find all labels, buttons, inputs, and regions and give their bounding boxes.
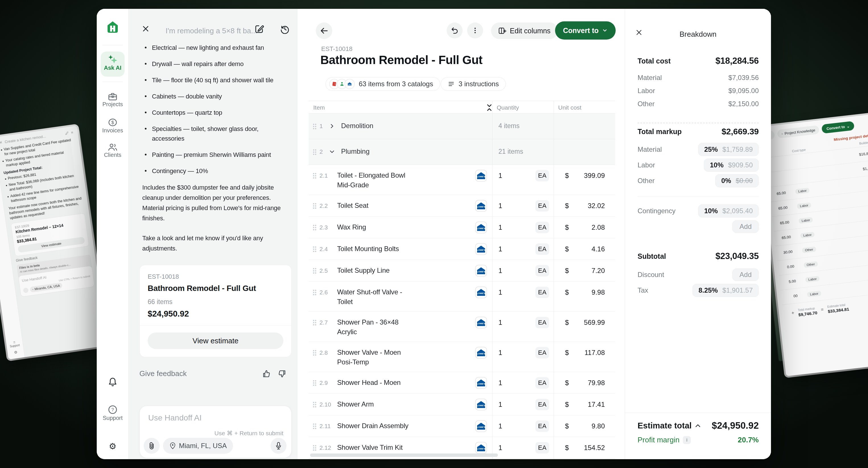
group-toggle[interactable] <box>329 123 335 129</box>
unit-cost-value[interactable]: 17.41 <box>554 401 605 409</box>
unit-cost-value[interactable]: 117.08 <box>554 349 605 357</box>
item-row[interactable]: 2.7Shower Pan - 36×48Acrylic LOWE'S 1EA$… <box>309 312 615 342</box>
item-row[interactable]: 2.4Toilet Mounting Bolts LOWE'S 1EA$4.16 <box>309 238 615 260</box>
view-estimate-button[interactable]: View estimate <box>148 332 283 349</box>
drag-handle-icon[interactable] <box>313 203 317 209</box>
quantity-value[interactable]: 1 <box>498 245 502 253</box>
info-icon[interactable]: i <box>683 436 691 444</box>
quantity-value[interactable]: 1 <box>498 267 502 275</box>
unit-chip[interactable]: EA <box>535 399 549 410</box>
unit-cost-value[interactable]: 4.16 <box>554 245 605 253</box>
sidebar-item-support[interactable]: ? Support <box>97 405 129 421</box>
drag-handle-icon[interactable] <box>313 380 317 386</box>
quantity-value[interactable]: 1 <box>498 224 502 231</box>
item-row[interactable]: 2.10Shower Arm LOWE'S 1EA$17.41 <box>309 394 615 415</box>
unit-cost-value[interactable]: 79.98 <box>554 379 605 387</box>
chevron-down-icon[interactable] <box>329 149 335 154</box>
add-button[interactable]: Add <box>732 220 759 233</box>
markup-input[interactable]: 10%$909.50 <box>704 158 759 172</box>
unit-chip[interactable]: EA <box>535 200 549 211</box>
quantity-value[interactable]: 1 <box>498 319 502 326</box>
drag-handle-icon[interactable] <box>313 224 317 231</box>
drag-handle-icon[interactable] <box>313 123 317 130</box>
unit-chip[interactable]: EA <box>535 243 549 255</box>
drag-handle-icon[interactable] <box>313 423 317 430</box>
quantity-value[interactable]: 1 <box>498 349 502 357</box>
item-row[interactable]: 2.6Water Shut-off Valve -Toilet LOWE'S 1… <box>309 282 615 312</box>
history-button[interactable] <box>280 24 290 34</box>
handoff-logo[interactable] <box>97 20 129 34</box>
sidebar-item-projects[interactable]: Projects <box>97 93 129 108</box>
drag-handle-icon[interactable] <box>313 289 317 296</box>
quantity-value[interactable]: 1 <box>498 288 502 296</box>
unit-chip[interactable]: EA <box>535 420 549 432</box>
sidebar-item-ask-ai[interactable]: Ask AI <box>101 52 125 77</box>
quantity-value[interactable]: 1 <box>498 422 502 430</box>
thumbs-down-icon[interactable] <box>278 370 286 378</box>
thumbs-up-icon[interactable] <box>262 370 271 378</box>
chat-close-button[interactable] <box>142 25 150 33</box>
voice-input-button[interactable] <box>271 438 286 454</box>
unit-chip[interactable]: EA <box>535 442 549 454</box>
item-row[interactable]: 2.9Shower Head - Moen LOWE'S 1EA$79.98 <box>309 372 615 394</box>
drag-handle-icon[interactable] <box>313 401 317 408</box>
unit-cost-value[interactable]: 154.52 <box>554 444 605 452</box>
item-row[interactable]: 2.8Shower Valve - MoenPosi-Temp LOWE'S 1… <box>309 342 615 372</box>
unit-cost-value[interactable]: 32.02 <box>554 202 605 210</box>
quantity-value[interactable]: 1 <box>498 401 502 409</box>
location-chip[interactable]: Miami, FL, USA <box>163 438 233 454</box>
unit-cost-value[interactable]: 399.09 <box>554 172 605 180</box>
group-row[interactable]: 2Plumbing21 items <box>309 139 615 165</box>
give-feedback-link[interactable]: Give feedback <box>140 369 187 378</box>
unit-cost-value[interactable]: 9.98 <box>554 288 605 296</box>
quantity-value[interactable]: 1 <box>498 379 502 387</box>
drag-handle-icon[interactable] <box>313 246 317 253</box>
drag-handle-icon[interactable] <box>313 149 317 155</box>
unit-cost-value[interactable]: 7.20 <box>554 267 605 275</box>
estimate-total-row[interactable]: Estimate total $24,950.92 <box>638 420 759 431</box>
chat-thread-title[interactable]: I'm remodeling a 5×8 ft ba... <box>165 27 257 35</box>
tax-input[interactable]: 8.25% $1,901.57 <box>692 284 759 297</box>
markup-input[interactable]: 0%$0.00 <box>715 174 759 187</box>
item-row[interactable]: 2.5Toilet Supply Line LOWE'S 1EA$7.20 <box>309 260 615 282</box>
unit-chip[interactable]: EA <box>535 265 549 276</box>
unit-chip[interactable]: EA <box>535 287 549 298</box>
drag-handle-icon[interactable] <box>313 268 317 274</box>
unit-cost-value[interactable]: 9.80 <box>554 422 605 430</box>
new-chat-button[interactable] <box>254 24 264 34</box>
quantity-value[interactable]: 1 <box>498 444 502 452</box>
unit-cost-value[interactable]: 2.08 <box>554 224 605 231</box>
quantity-value[interactable]: 1 <box>498 172 502 180</box>
sidebar-item-clients[interactable]: Clients <box>97 143 129 158</box>
sidebar-item-invoices[interactable]: $ Invoices <box>97 118 129 134</box>
back-button[interactable] <box>316 23 332 39</box>
unit-chip[interactable]: EA <box>535 377 549 388</box>
markup-input[interactable]: 25%$1,759.89 <box>698 143 759 156</box>
add-discount-button[interactable]: Add <box>732 268 759 281</box>
unit-cost-value[interactable]: 569.99 <box>554 319 605 326</box>
drag-handle-icon[interactable] <box>313 445 317 451</box>
group-toggle[interactable] <box>329 149 335 154</box>
group-row[interactable]: 1Demolition4 items <box>309 114 615 139</box>
more-options-button[interactable] <box>467 23 483 38</box>
instructions-badge[interactable]: 3 instructions <box>441 77 506 91</box>
quantity-value[interactable]: 1 <box>498 202 502 210</box>
unit-chip[interactable]: EA <box>535 170 549 181</box>
convert-to-button[interactable]: Convert to <box>555 21 616 39</box>
item-row[interactable]: 2.1Toilet - Elongated BowlMid-Grade LOWE… <box>309 165 615 195</box>
drag-handle-icon[interactable] <box>313 319 317 326</box>
edit-columns-button[interactable]: Edit columns <box>491 23 558 39</box>
item-row[interactable]: 2.11Shower Drain Assembly LOWE'S 1EA$9.8… <box>309 415 615 437</box>
unit-chip[interactable]: EA <box>535 317 549 328</box>
drag-handle-icon[interactable] <box>313 173 317 179</box>
attach-button[interactable] <box>144 438 160 454</box>
item-row[interactable]: 2.3Wax Ring LOWE'S 1EA$2.08 <box>309 216 615 238</box>
settings-button[interactable]: ⚙ <box>97 442 129 450</box>
catalogs-badge[interactable]: LOWE'S 63 items from 3 catalogs <box>326 77 440 91</box>
undo-button[interactable] <box>447 23 463 38</box>
horizontal-scrollbar[interactable] <box>310 454 498 457</box>
drag-handle-icon[interactable] <box>313 350 317 356</box>
unit-chip[interactable]: EA <box>535 222 549 233</box>
chevron-right-icon[interactable] <box>329 123 335 129</box>
item-row[interactable]: 2.2Toilet Seat LOWE'S 1EA$32.02 <box>309 195 615 216</box>
